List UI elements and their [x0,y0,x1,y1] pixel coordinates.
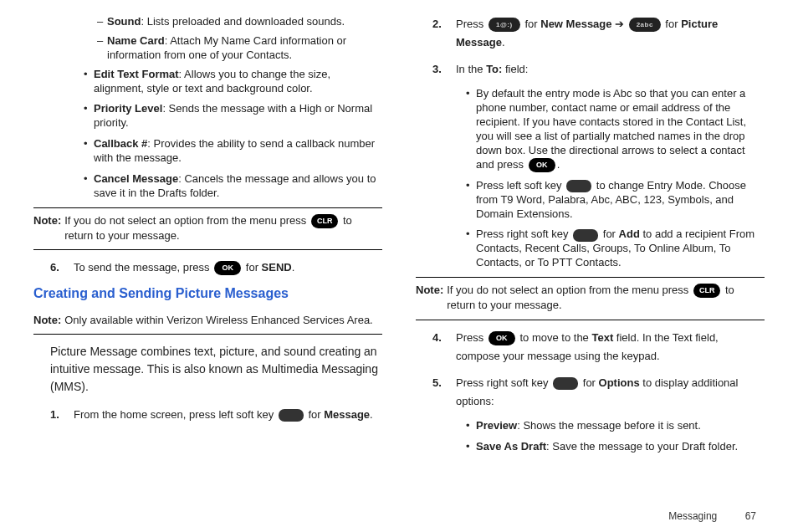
note-block: Note: If you do not select an option fro… [33,207,382,251]
step-number: 6. [50,258,74,277]
document-page: – Sound: Lists preloaded and downloaded … [0,0,798,494]
bullet-marker: • [84,137,94,166]
numbered-step: 1. From the home screen, press left soft… [50,406,382,424]
bullet-text: By default the entry mode is Abc so that… [476,87,765,172]
ok-key-icon [489,331,515,345]
numbered-step: 5. Press right soft key for Options to d… [432,374,765,411]
soft-key-icon [279,409,304,422]
step-number: 2. [432,15,456,52]
dash-term: Sound [107,15,141,28]
step-text: Press to move to the Text field. In the … [456,329,765,366]
bullet-text: Callback #: Provides the ability to send… [94,137,382,166]
bullet-marker: • [466,440,476,454]
dash-marker: – [97,34,107,63]
numbered-step: 6. To send the message, press for SEND. [50,258,382,277]
bullet-marker: • [466,228,476,270]
page-footer: Messaging 67 [668,510,756,522]
step-number: 5. [432,374,456,411]
bullet-marker: • [466,87,476,172]
step-number: 4. [432,329,456,366]
bullet-text: Preview: Shows the message before it is … [476,419,701,433]
bullet-item: • Press right soft key for Add to add a … [466,228,765,270]
note-block: Note: If you do not select an option fro… [416,277,765,320]
bullet-marker: • [466,419,476,433]
numbered-step: 3. In the To: field: [432,60,765,79]
bullet-item: • By default the entry mode is Abc so th… [466,87,765,172]
dash-marker: – [97,15,107,29]
bullet-marker: • [84,102,94,130]
bullet-item: • Press left soft key to change Entry Mo… [466,179,765,222]
bullet-item: • Priority Level: Sends the message with… [84,102,382,130]
step-text: To send the message, press for SEND. [74,258,294,277]
dash-item: – Sound: Lists preloaded and downloaded … [97,15,382,29]
step-number: 3. [432,60,456,79]
dash-text: Sound: Lists preloaded and downloaded so… [107,15,345,29]
bullet-marker: • [84,172,94,201]
bullet-item: • Save As Draft: Save the message to you… [466,440,765,454]
note-label: Note: [33,213,61,243]
soft-key-icon [566,180,591,192]
dash-term: Name Card [107,34,165,47]
bullet-text: Save As Draft: Save the message to your … [476,440,738,454]
ok-key-icon [529,158,555,172]
dash-item: – Name Card: Attach My Name Card informa… [97,34,382,63]
section-heading: Creating and Sending Picture Messages [33,286,382,301]
right-column: 2. Press 1@:) for New Message ➔ 2abc for… [416,15,765,461]
bullet-item: • Cancel Message: Cancels the message an… [84,172,382,201]
footer-section: Messaging [668,510,717,522]
numbered-step: 2. Press 1@:) for New Message ➔ 2abc for… [432,15,765,52]
one-key-icon: 1@:) [489,18,520,32]
dash-text: Name Card: Attach My Name Card informati… [107,34,382,63]
left-column: – Sound: Lists preloaded and downloaded … [33,15,382,461]
bullet-marker: • [84,68,94,96]
bullet-item: • Edit Text Format: Allows you to change… [84,68,382,96]
bullet-item: • Preview: Shows the message before it i… [466,419,765,433]
clr-key-icon [311,214,339,228]
paragraph: Picture Message combines text, picture, … [50,343,382,396]
bullet-item: • Callback #: Provides the ability to se… [84,137,382,166]
step-text: Press right soft key for Options to disp… [456,374,765,411]
note-body: Only available within Verizon Wireless E… [64,313,382,328]
bullet-text: Press right soft key for Add to add a re… [476,228,765,270]
step-text: In the To: field: [456,60,528,79]
ok-key-icon [214,261,241,275]
step-text: From the home screen, press left soft ke… [74,406,373,424]
clr-key-icon [693,284,721,298]
footer-page-number: 67 [745,510,756,522]
bullet-text: Priority Level: Sends the message with a… [94,102,382,130]
step-number: 1. [50,406,74,424]
soft-key-icon [553,377,578,390]
two-key-icon: 2abc [629,18,661,32]
soft-key-icon [573,229,598,242]
bullet-text: Press left soft key to change Entry Mode… [476,179,765,222]
note-body: If you do not select an option from the … [447,283,765,313]
note-block: Note: Only available within Verizon Wire… [33,308,382,335]
note-label: Note: [416,283,443,313]
note-label: Note: [33,313,61,328]
bullet-text: Edit Text Format: Allows you to change t… [94,68,382,96]
bullet-text: Cancel Message: Cancels the message and … [94,172,382,201]
step-text: Press 1@:) for New Message ➔ 2abc for Pi… [456,15,765,52]
numbered-step: 4. Press to move to the Text field. In t… [432,329,765,366]
note-body: If you do not select an option from the … [64,213,382,243]
bullet-marker: • [466,179,476,222]
